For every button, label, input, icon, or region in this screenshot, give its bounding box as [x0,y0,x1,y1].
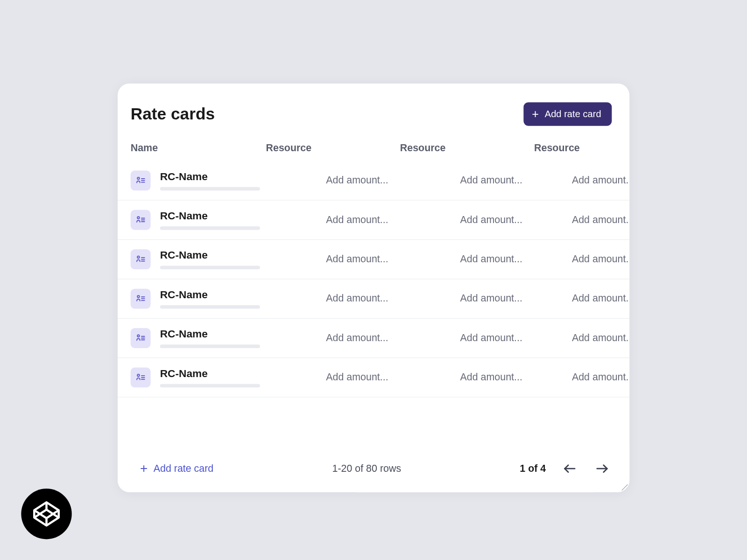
rate-cards-panel: Rate cards + Add rate card Name Resource… [118,84,629,492]
add-rate-card-button[interactable]: + Add rate card [524,102,612,126]
resize-handle-icon[interactable] [620,483,628,491]
amount-input[interactable]: Add amount... [326,175,388,186]
rate-card-name: RC-Name [160,170,260,182]
svg-point-8 [137,256,140,259]
svg-line-26 [622,484,628,490]
rate-cards-table: Name Resource Resource Resource [118,134,629,397]
amount-input[interactable]: Add amount... [460,214,522,226]
table-row[interactable]: RC-Name Add amount... Add amount... Add … [118,319,629,358]
add-rate-card-button-label: Add rate card [545,109,601,119]
svg-point-0 [137,177,140,180]
page-title: Rate cards [131,105,215,123]
rate-card-name: RC-Name [160,328,260,340]
scroll-fade [118,416,629,445]
svg-point-4 [137,217,140,219]
amount-input[interactable]: Add amount... [460,293,522,304]
skeleton-line [160,226,260,230]
amount-input[interactable]: Add amount... [572,371,629,383]
skeleton-line [160,384,260,388]
table-header: Name Resource Resource Resource [118,134,629,161]
skeleton-line [160,344,260,348]
table-row[interactable]: RC-Name Add amount... Add amount... Add … [118,280,629,319]
rows-count-text: 1-20 of 80 rows [332,463,401,475]
codepen-logo[interactable] [21,489,71,539]
svg-point-12 [137,295,140,298]
rate-card-name: RC-Name [160,368,260,380]
amount-input[interactable]: Add amount... [326,371,388,383]
rate-card-icon [131,368,151,388]
table-row[interactable]: RC-Name Add amount... Add amount... Add … [118,358,629,397]
rate-card-name: RC-Name [160,210,260,222]
table-row[interactable]: RC-Name Add amount... Add amount... Add … [118,240,629,279]
panel-header: Rate cards + Add rate card [118,84,629,134]
amount-input[interactable]: Add amount... [460,371,522,383]
rate-card-icon [131,210,151,230]
codepen-icon [31,498,62,529]
next-page-button[interactable] [593,461,612,477]
plus-icon: + [532,108,539,120]
amount-input[interactable]: Add amount... [460,253,522,265]
rate-card-icon [131,170,151,190]
table-rows: RC-Name Add amount... Add amount... Add … [118,161,629,398]
skeleton-line [160,187,260,191]
skeleton-line [160,266,260,270]
column-resource-3: Resource [534,142,629,154]
panel-footer: + Add rate card 1-20 of 80 rows 1 of 4 [118,445,629,492]
plus-icon: + [140,461,148,476]
column-resource-1: Resource [266,142,400,154]
column-resource-2: Resource [400,142,534,154]
amount-input[interactable]: Add amount... [326,253,388,265]
amount-input[interactable]: Add amount... [326,332,388,344]
add-rate-card-link-label: Add rate card [154,463,214,475]
svg-point-20 [137,374,140,377]
add-rate-card-link[interactable]: + Add rate card [135,461,213,476]
amount-input[interactable]: Add amount... [326,293,388,304]
rate-card-name: RC-Name [160,249,260,261]
amount-input[interactable]: Add amount... [572,175,629,186]
rate-card-icon [131,249,151,269]
skeleton-line [160,305,260,309]
amount-input[interactable]: Add amount... [572,253,629,265]
table-row[interactable]: RC-Name Add amount... Add amount... Add … [118,201,629,240]
rate-card-icon [131,328,151,348]
svg-line-27 [625,488,627,490]
rate-card-icon [131,289,151,309]
arrow-right-icon [595,463,609,475]
amount-input[interactable]: Add amount... [572,214,629,226]
rate-card-name: RC-Name [160,289,260,301]
arrow-left-icon [563,463,577,475]
amount-input[interactable]: Add amount... [572,293,629,304]
amount-input[interactable]: Add amount... [460,175,522,186]
amount-input[interactable]: Add amount... [326,214,388,226]
amount-input[interactable]: Add amount... [572,332,629,344]
page-indicator: 1 of 4 [520,463,546,475]
table-row[interactable]: RC-Name Add amount... Add amount... Add … [118,161,629,200]
previous-page-button[interactable] [560,461,579,477]
amount-input[interactable]: Add amount... [460,332,522,344]
column-name: Name [131,142,266,154]
svg-point-16 [137,335,140,337]
